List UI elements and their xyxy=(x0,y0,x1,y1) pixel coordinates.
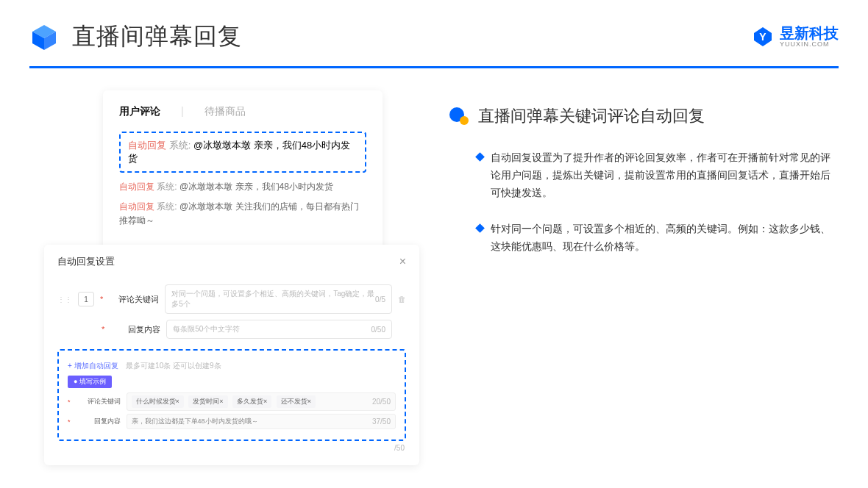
required-star: * xyxy=(68,398,71,406)
keyword-tag[interactable]: 还不发货× xyxy=(277,395,316,408)
keyword-label: 评论关键词 xyxy=(116,294,159,305)
bullet-text: 自动回复设置为了提升作者的评论回复效率，作者可在开播前针对常见的评论用户问题，提… xyxy=(491,149,839,201)
system-label: 系统: xyxy=(157,201,177,212)
bullet-item: 针对同一个问题，可设置多个相近的、高频的关键词。例如：这款多少钱、这块能优惠吗、… xyxy=(449,220,839,256)
required-star: * xyxy=(100,295,103,304)
auto-reply-tag: 自动回复 xyxy=(119,182,154,192)
add-auto-reply-link[interactable]: + 增加自动回复 xyxy=(68,362,118,370)
example-badge: ● 填写示例 xyxy=(68,376,112,388)
section-title: 直播间弹幕关键词评论自动回复 xyxy=(478,105,705,127)
add-note: 最多可建10条 还可以创建9条 xyxy=(126,362,221,370)
comments-tabs: 用户评论 | 待播商品 xyxy=(119,105,366,118)
header-left: 直播间弹幕回复 xyxy=(29,21,242,53)
tab-separator: | xyxy=(181,105,184,118)
tab-user-comments[interactable]: 用户评论 xyxy=(119,105,160,118)
description-column: 直播间弹幕关键词评论自动回复 自动回复设置为了提升作者的评论回复效率，作者可在开… xyxy=(449,90,839,326)
rule-number: 1 xyxy=(78,292,94,306)
reply-input[interactable]: 每条限50个中文字符 0/50 xyxy=(166,320,392,339)
example-reply-text: 亲，我们这边都是下单48小时内发货的哦～ xyxy=(132,417,258,426)
diamond-bullet-icon xyxy=(475,152,485,162)
comment-text: @冰墩墩本墩 亲亲，我们48小时内发货 xyxy=(179,182,333,192)
bullet-text: 针对同一个问题，可设置多个相近的、高频的关键词。例如：这款多少钱、这块能优惠吗、… xyxy=(491,220,839,256)
brand-subtitle: YUUXIN.COM xyxy=(780,41,839,49)
delete-icon[interactable]: 🗑 xyxy=(398,295,406,304)
auto-reply-tag: 自动回复 xyxy=(119,201,154,212)
outer-count: /50 xyxy=(57,441,406,452)
comments-panel: 用户评论 | 待播商品 自动回复 系统: @冰墩墩本墩 亲亲，我们48小时内发货… xyxy=(103,90,383,259)
settings-title: 自动回复设置 xyxy=(57,255,115,268)
system-label: 系统: xyxy=(169,140,191,151)
system-label: 系统: xyxy=(157,182,177,192)
screenshots-column: 用户评论 | 待播商品 自动回复 系统: @冰墩墩本墩 亲亲，我们48小时内发货… xyxy=(44,90,419,326)
reply-label: 回复内容 xyxy=(118,324,160,335)
reply-row: * 回复内容 每条限50个中文字符 0/50 xyxy=(57,320,406,339)
keyword-tag[interactable]: 发货时间× xyxy=(188,395,227,408)
example-keyword-input: 什么时候发货× 发货时间× 多久发货× 还不发货× 20/50 xyxy=(127,392,396,411)
reply-count: 0/50 xyxy=(371,326,385,334)
comment-item: 自动回复 系统: @冰墩墩本墩 关注我们的店铺，每日都有热门推荐呦～ xyxy=(119,200,366,228)
example-highlight-box: + 增加自动回复 最多可建10条 还可以创建9条 ● 填写示例 * 评论关键词 … xyxy=(57,349,406,441)
brand-name: 昱新科技 xyxy=(780,25,839,41)
section-header: 直播间弹幕关键词评论自动回复 xyxy=(449,105,839,127)
required-star: * xyxy=(102,325,104,334)
example-keyword-row: * 评论关键词 什么时候发货× 发货时间× 多久发货× 还不发货× 20/50 xyxy=(68,392,396,411)
required-star: * xyxy=(68,418,71,426)
auto-reply-tag: 自动回复 xyxy=(128,140,166,151)
example-keyword-label: 评论关键词 xyxy=(84,397,121,406)
header: 直播间弹幕回复 Y 昱新科技 YUUXIN.COM xyxy=(0,0,868,53)
example-reply-input: 亲，我们这边都是下单48小时内发货的哦～ 37/50 xyxy=(127,414,396,429)
highlighted-comment: 自动回复 系统: @冰墩墩本墩 亲亲，我们48小时内发货 xyxy=(119,132,366,173)
comment-item: 自动回复 系统: @冰墩墩本墩 亲亲，我们48小时内发货 xyxy=(119,180,366,194)
tab-pending-products[interactable]: 待播商品 xyxy=(204,105,246,118)
keyword-count: 0/5 xyxy=(375,295,385,304)
brand-icon: Y xyxy=(752,26,774,48)
chat-bubble-icon xyxy=(449,106,469,126)
close-icon[interactable]: × xyxy=(399,255,406,268)
brand-logo: Y 昱新科技 YUUXIN.COM xyxy=(752,25,839,49)
input-placeholder: 每条限50个中文字符 xyxy=(173,324,240,334)
page-title: 直播间弹幕回复 xyxy=(72,21,242,53)
keyword-input[interactable]: 对同一个问题，可设置多个相近、高频的关键词，Tag确定，最多5个 0/5 xyxy=(165,284,392,314)
comment-text: @冰墩墩本墩 关注我们的店铺，每日都有热门推荐呦～ xyxy=(119,201,359,226)
input-placeholder: 对同一个问题，可设置多个相近、高频的关键词，Tag确定，最多5个 xyxy=(171,289,375,309)
diamond-bullet-icon xyxy=(475,224,485,234)
example-reply-count: 37/50 xyxy=(372,417,391,426)
keyword-row: ⋮⋮ 1 * 评论关键词 对同一个问题，可设置多个相近、高频的关键词，Tag确定… xyxy=(57,284,406,314)
example-kw-count: 20/50 xyxy=(372,398,391,406)
keyword-tag[interactable]: 什么时候发货× xyxy=(132,395,184,408)
example-reply-label: 回复内容 xyxy=(84,417,121,426)
drag-handle-icon[interactable]: ⋮⋮ xyxy=(57,295,72,304)
keyword-tag[interactable]: 多久发货× xyxy=(232,395,271,408)
auto-reply-settings-panel: 自动回复设置 × ⋮⋮ 1 * 评论关键词 对同一个问题，可设置多个相近、高频的… xyxy=(44,245,419,465)
cube-icon xyxy=(29,22,59,51)
bullet-item: 自动回复设置为了提升作者的评论回复效率，作者可在开播前针对常见的评论用户问题，提… xyxy=(449,149,839,201)
example-reply-row: * 回复内容 亲，我们这边都是下单48小时内发货的哦～ 37/50 xyxy=(68,414,396,429)
svg-text:Y: Y xyxy=(759,31,766,43)
svg-point-5 xyxy=(460,116,469,125)
